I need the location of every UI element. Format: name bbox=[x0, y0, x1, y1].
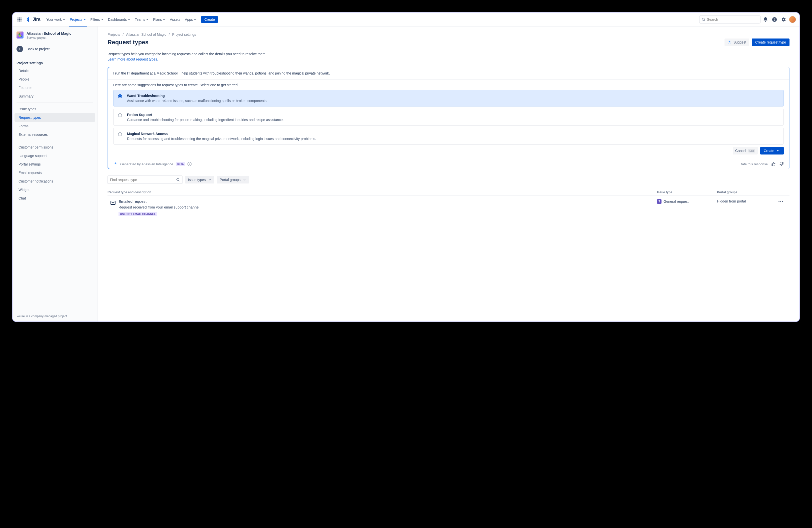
sidebar-item-chat[interactable]: Chat bbox=[14, 194, 95, 203]
issue-types-filter[interactable]: Issue types bbox=[185, 176, 214, 184]
help-icon[interactable]: ? bbox=[770, 15, 779, 24]
nav-assets[interactable]: Assets bbox=[168, 16, 182, 23]
top-nav: Jira Your workProjectsFiltersDashboardsT… bbox=[13, 13, 799, 27]
row-title[interactable]: Emailed request bbox=[118, 199, 652, 204]
radio-icon bbox=[118, 94, 122, 98]
filters-row: Issue types Portal groups bbox=[107, 176, 789, 184]
table-row: Emailed request Request received from yo… bbox=[107, 196, 789, 218]
col-portal-groups: Portal groups bbox=[717, 191, 777, 194]
ai-cancel-button[interactable]: Cancel Esc bbox=[733, 147, 758, 155]
sidebar-item-people[interactable]: People bbox=[14, 75, 95, 84]
row-actions-menu[interactable] bbox=[777, 199, 789, 203]
suggestion-desc: Assistance with wand-related issues, suc… bbox=[127, 99, 267, 103]
jira-wordmark: Jira bbox=[32, 17, 40, 22]
ai-suggestion-0[interactable]: Wand TroubleshootingAssistance with wand… bbox=[113, 90, 784, 106]
app-switcher-icon[interactable] bbox=[15, 15, 24, 24]
sidebar-footer: You're in a company-managed project bbox=[13, 312, 97, 322]
nav-items: Your workProjectsFiltersDashboardsTeamsP… bbox=[44, 16, 198, 23]
create-button[interactable]: Create bbox=[201, 16, 218, 23]
notifications-icon[interactable] bbox=[762, 15, 769, 24]
learn-more-link[interactable]: Learn more about request types. bbox=[107, 57, 158, 61]
back-to-project[interactable]: Back to project bbox=[13, 43, 97, 55]
crumb-projects[interactable]: Projects bbox=[107, 32, 120, 36]
chevron-down-icon bbox=[146, 18, 148, 21]
nav-apps[interactable]: Apps bbox=[183, 16, 198, 23]
nav-teams[interactable]: Teams bbox=[133, 16, 150, 23]
ai-intro: Here are some suggestions for request ty… bbox=[113, 83, 784, 87]
row-description: Request received from your email support… bbox=[118, 205, 652, 209]
portal-groups-filter[interactable]: Portal groups bbox=[217, 176, 249, 184]
sidebar-item-language-support[interactable]: Language support bbox=[14, 151, 95, 160]
radio-icon bbox=[118, 132, 122, 136]
thumbs-up-icon[interactable] bbox=[771, 162, 776, 166]
col-issue-type: Issue type bbox=[657, 191, 717, 194]
nav-filters[interactable]: Filters bbox=[88, 16, 105, 23]
sidebar-item-issue-types[interactable]: Issue types bbox=[14, 105, 95, 113]
sidebar-item-email-requests[interactable]: Email requests bbox=[14, 168, 95, 177]
sidebar-item-details[interactable]: Details bbox=[14, 67, 95, 75]
radio-icon bbox=[118, 113, 122, 117]
search-field[interactable] bbox=[707, 17, 758, 21]
profile-avatar[interactable] bbox=[788, 15, 797, 24]
ai-prompt-text: I run the IT department at a Magic Schoo… bbox=[108, 67, 789, 79]
enter-icon bbox=[777, 149, 780, 152]
chevron-down-icon bbox=[194, 18, 196, 21]
project-type: Service project bbox=[27, 36, 72, 40]
jira-logo[interactable]: Jira bbox=[26, 17, 40, 22]
search-input[interactable] bbox=[699, 15, 760, 24]
sidebar-item-features[interactable]: Features bbox=[14, 84, 95, 92]
nav-your-work[interactable]: Your work bbox=[44, 16, 67, 23]
app-frame: Jira Your workProjectsFiltersDashboardsT… bbox=[12, 12, 800, 322]
settings-icon[interactable] bbox=[780, 15, 787, 24]
sidebar: 🦜 Atlassian School of Magic Service proj… bbox=[13, 27, 98, 322]
table-header: Request type and description Issue type … bbox=[107, 189, 789, 196]
back-label: Back to project bbox=[27, 47, 50, 51]
page-description: Request types help you categorize incomi… bbox=[107, 52, 789, 62]
sparkle-icon bbox=[113, 162, 118, 166]
rate-label: Rate this response bbox=[740, 162, 768, 166]
sidebar-item-portal-settings[interactable]: Portal settings bbox=[14, 160, 95, 168]
issue-type-icon: ? bbox=[657, 199, 662, 204]
nav-plans[interactable]: Plans bbox=[151, 16, 167, 23]
sidebar-item-customer-permissions[interactable]: Customer permissions bbox=[14, 143, 95, 151]
svg-point-4 bbox=[177, 178, 179, 181]
project-header: 🦜 Atlassian School of Magic Service proj… bbox=[13, 31, 97, 43]
suggest-button[interactable]: Suggest bbox=[725, 39, 749, 46]
main-content: Projects/ Atlassian School of Magic/ Pro… bbox=[98, 27, 799, 322]
suggestion-desc: Guidance and troubleshooting for potion-… bbox=[127, 118, 284, 122]
chevron-down-icon bbox=[84, 18, 86, 21]
svg-line-1 bbox=[704, 20, 705, 21]
email-icon bbox=[107, 199, 118, 206]
find-request-type-input[interactable] bbox=[107, 176, 183, 184]
ai-attribution: Generated by Atlassian Intelligence bbox=[120, 162, 173, 166]
nav-dashboards[interactable]: Dashboards bbox=[106, 16, 132, 23]
sidebar-section-title: Project settings bbox=[13, 59, 97, 67]
back-arrow-icon bbox=[16, 46, 23, 52]
col-request-type: Request type and description bbox=[107, 191, 657, 194]
sidebar-item-summary[interactable]: Summary bbox=[14, 92, 95, 101]
svg-text:?: ? bbox=[773, 17, 775, 21]
sidebar-item-customer-notifications[interactable]: Customer notifications bbox=[14, 177, 95, 186]
crumb-project[interactable]: Atlassian School of Magic bbox=[126, 32, 166, 36]
suggestion-title: Magical Network Access bbox=[127, 132, 316, 136]
ai-create-button[interactable]: Create bbox=[760, 147, 784, 155]
chevron-down-icon bbox=[63, 18, 65, 21]
sparkle-icon bbox=[727, 40, 731, 44]
sidebar-item-forms[interactable]: Forms bbox=[14, 122, 95, 130]
thumbs-down-icon[interactable] bbox=[779, 162, 784, 166]
sidebar-item-external-resources[interactable]: External resources bbox=[14, 130, 95, 139]
ai-suggestion-2[interactable]: Magical Network AccessRequests for acces… bbox=[113, 128, 784, 145]
sidebar-item-widget[interactable]: Widget bbox=[14, 186, 95, 194]
sidebar-item-request-types[interactable]: Request types bbox=[14, 113, 95, 122]
create-request-type-button[interactable]: Create request type bbox=[752, 39, 789, 46]
chevron-down-icon bbox=[101, 18, 103, 21]
ai-suggestion-panel: I run the IT department at a Magic Schoo… bbox=[107, 67, 789, 169]
crumb-settings[interactable]: Project settings bbox=[172, 32, 196, 36]
svg-point-0 bbox=[702, 18, 705, 20]
nav-projects[interactable]: Projects bbox=[68, 16, 88, 23]
channel-badge: USED BY EMAIL CHANNEL bbox=[118, 212, 157, 216]
ai-suggestion-1[interactable]: Potion SupportGuidance and troubleshooti… bbox=[113, 109, 784, 126]
project-name: Atlassian School of Magic bbox=[27, 31, 72, 35]
beta-badge: BETA bbox=[176, 162, 185, 166]
info-icon[interactable]: i bbox=[188, 162, 191, 166]
